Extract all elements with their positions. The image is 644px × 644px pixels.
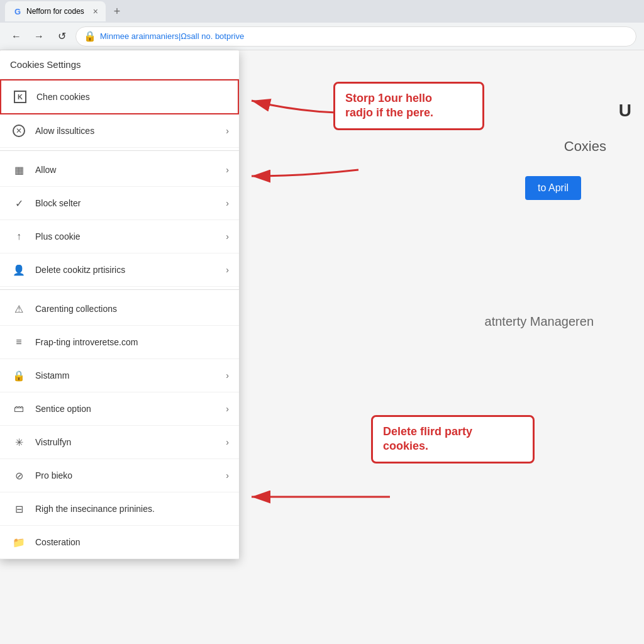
bg-text-coxies: Coxies: [564, 138, 606, 155]
righ-the-icon: ⊟: [10, 500, 28, 518]
reload-button[interactable]: ↺: [53, 28, 70, 45]
menu-item-sentice[interactable]: 🗃 Sentice option ›: [0, 392, 239, 426]
sentice-label: Sentice option: [35, 404, 226, 414]
pro-bieko-arrow: ›: [226, 470, 229, 480]
divider-1: [0, 150, 239, 151]
menu-item-carenting[interactable]: ⚠ Carenting collections: [0, 292, 239, 326]
sistamm-label: Sistamm: [35, 370, 226, 380]
righ-the-label: Righ the insecinance prininies.: [35, 504, 229, 514]
chen-cookies-label: Chen cookies: [36, 92, 228, 102]
top-callout: Storp 1our helloradjo if the pere.: [333, 82, 484, 130]
back-button[interactable]: ←: [8, 28, 25, 45]
costeration-label: Costeration: [35, 537, 229, 547]
vistrulfyn-label: Vistrulfyn: [35, 437, 226, 447]
vistrulfyn-icon: ✳: [10, 433, 28, 451]
block-selter-arrow: ›: [226, 198, 229, 208]
plus-cookie-icon: ↑: [10, 228, 28, 245]
alow-arrow: ›: [226, 126, 229, 136]
pro-bieko-label: Pro bieko: [35, 470, 226, 480]
bg-text-u: U: [619, 101, 631, 121]
menu-item-plus-cookie[interactable]: ↑ Plus cookie ›: [0, 220, 239, 253]
menu-item-chen-cookies[interactable]: K Chen cookies: [0, 79, 239, 114]
menu-item-alow[interactable]: ✕ Alow ilssultices ›: [0, 114, 239, 148]
menu-item-allow[interactable]: ▦ Allow ›: [0, 153, 239, 187]
allow-icon: ▦: [10, 161, 28, 179]
costeration-icon: 📁: [10, 533, 28, 551]
bg-april-button[interactable]: to April: [525, 176, 581, 200]
tab-close-button[interactable]: ×: [93, 6, 98, 16]
bottom-callout-text: Delete flird partycookies.: [383, 425, 472, 452]
address-text: Minmee arainmaniers|Ωsall no. botprive: [100, 31, 244, 41]
tab-title: Nefforn for codes: [26, 7, 89, 16]
lock-icon: 🔒: [84, 30, 96, 42]
menu-item-costeration[interactable]: 📁 Costeration: [0, 526, 239, 559]
top-callout-text: Storp 1our helloradjo if the pere.: [345, 92, 433, 119]
plus-cookie-arrow: ›: [226, 231, 229, 242]
delete-cookitz-arrow: ›: [226, 265, 229, 275]
sentice-arrow: ›: [226, 404, 229, 414]
block-selter-icon: ✓: [10, 194, 28, 212]
address-bar[interactable]: 🔒 Minmee arainmaniers|Ωsall no. botprive: [75, 26, 636, 47]
menu-item-frap-ting[interactable]: ≡ Frap-ting introveretse.com: [0, 326, 239, 359]
tab-bar: G Nefforn for codes × +: [0, 0, 644, 23]
allow-arrow: ›: [226, 165, 229, 175]
divider-2: [0, 289, 239, 290]
dropdown-menu: Cookies Settings K Chen cookies ✕ Alow i…: [0, 50, 239, 559]
menu-item-vistrulfyn[interactable]: ✳ Vistrulfyn ›: [0, 426, 239, 459]
bottom-callout: Delete flird partycookies.: [371, 415, 535, 464]
frap-ting-icon: ≡: [10, 333, 28, 351]
plus-cookie-label: Plus cookie: [35, 231, 226, 242]
alow-icon: ✕: [10, 122, 28, 140]
menu-item-sistamm[interactable]: 🔒 Sistamm ›: [0, 359, 239, 392]
menu-item-delete-cookitz[interactable]: 👤 Delete cookitz prtisirics ›: [0, 253, 239, 287]
sistamm-arrow: ›: [226, 370, 229, 380]
carenting-icon: ⚠: [10, 300, 28, 318]
pro-bieko-icon: ⊘: [10, 467, 28, 484]
delete-cookitz-icon: 👤: [10, 261, 28, 279]
vistrulfyn-arrow: ›: [226, 437, 229, 447]
block-selter-label: Block selter: [35, 198, 226, 208]
tab-favicon: G: [13, 6, 23, 16]
carenting-label: Carenting collections: [35, 304, 229, 314]
active-tab[interactable]: G Nefforn for codes ×: [5, 1, 106, 21]
menu-header: Cookies Settings: [0, 50, 239, 79]
sistamm-icon: 🔒: [10, 367, 28, 384]
forward-button[interactable]: →: [30, 28, 48, 45]
menu-item-block-selter[interactable]: ✓ Block selter ›: [0, 187, 239, 220]
bg-text-manager: atnterty Manageren: [485, 314, 594, 329]
menu-item-righ-the[interactable]: ⊟ Righ the insecinance prininies.: [0, 492, 239, 526]
delete-cookitz-label: Delete cookitz prtisirics: [35, 265, 226, 275]
browser-chrome: G Nefforn for codes × + ← → ↺ 🔒 Minmee a…: [0, 0, 644, 50]
alow-label: Alow ilssultices: [35, 126, 226, 136]
sentice-icon: 🗃: [10, 400, 28, 418]
new-tab-button[interactable]: +: [108, 3, 126, 20]
allow-label: Allow: [35, 165, 226, 175]
frap-ting-label: Frap-ting introveretse.com: [35, 337, 229, 347]
nav-bar: ← → ↺ 🔒 Minmee arainmaniers|Ωsall no. bo…: [0, 23, 644, 50]
chen-cookies-icon: K: [11, 88, 29, 106]
menu-item-pro-bieko[interactable]: ⊘ Pro bieko ›: [0, 459, 239, 492]
